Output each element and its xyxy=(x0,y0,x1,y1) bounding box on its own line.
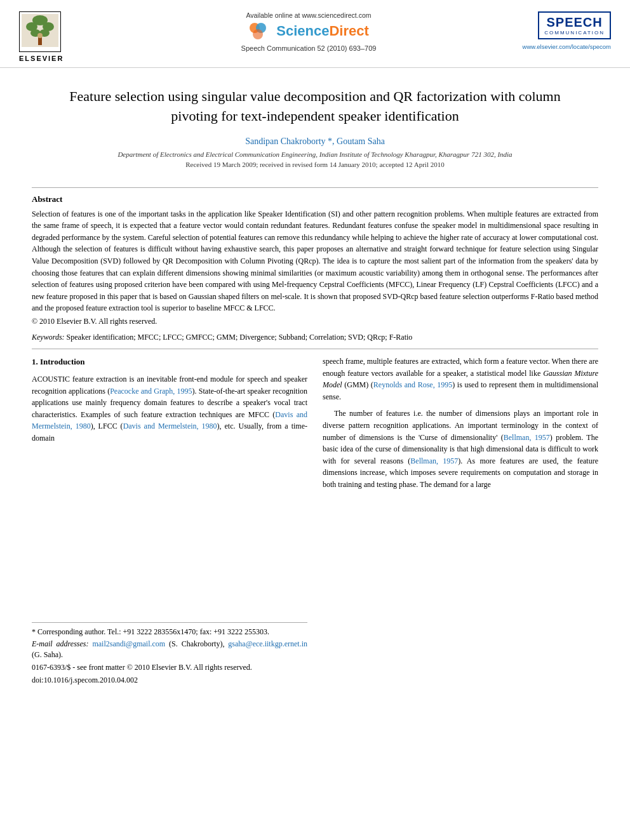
author1-name: (S. Chakroborty), xyxy=(169,639,228,648)
elsevier-tree-icon xyxy=(22,14,58,47)
section-title: Introduction xyxy=(40,357,85,366)
keywords-label: Keywords: xyxy=(32,333,65,342)
ref-bellman1: Bellman, 1957 xyxy=(504,433,550,442)
svg-point-10 xyxy=(253,29,263,39)
right-para2: The number of features i.e. the number o… xyxy=(323,408,598,490)
ref-reynolds: Reynolds and Rose, 1995 xyxy=(373,380,452,389)
section-number: 1. xyxy=(32,357,38,366)
elsevier-label: ELSEVIER xyxy=(19,55,108,62)
speech-comm-logo: SPEECH COMMUNICATION xyxy=(538,11,611,39)
title-divider xyxy=(32,187,598,188)
header: ELSEVIER Available online at www.science… xyxy=(0,0,630,68)
article-title: Feature selection using singular value d… xyxy=(44,87,586,126)
email1[interactable]: mail2sandi@gmail.com xyxy=(92,639,165,648)
ref-davis2: Davis and Mermelstein, 1980 xyxy=(123,422,217,430)
intro-para1: ACOUSTIC feature extraction is an inevit… xyxy=(32,373,307,444)
gmm-italic: Gaussian Mixture Model xyxy=(323,369,598,390)
affiliation: Department of Electronics and Electrical… xyxy=(44,150,586,158)
speech-label: SPEECH xyxy=(544,15,605,30)
abstract-text: Selection of features is one of the impo… xyxy=(32,208,598,314)
sciencedirect-logo: ScienceDirect xyxy=(108,22,509,41)
ref-bellman2: Bellman, 1957 xyxy=(410,457,458,465)
svg-point-7 xyxy=(37,33,43,38)
elsevier-logo-area: ELSEVIER xyxy=(19,11,108,62)
footnote1: * Corresponding author. Tel.: +91 3222 2… xyxy=(32,627,307,637)
title-section: Feature selection using singular value d… xyxy=(32,74,598,181)
header-center: Available online at www.sciencedirect.co… xyxy=(108,11,509,52)
received-dates: Received 19 March 2009; received in revi… xyxy=(44,161,586,168)
abstract-section: Abstract Selection of features is one of… xyxy=(32,194,598,326)
keywords-section: Keywords: Speaker identification; MFCC; … xyxy=(32,333,598,342)
keywords-text: Speaker identification; MFCC; LFCC; GMFC… xyxy=(67,333,413,342)
communication-label: COMMUNICATION xyxy=(544,30,605,36)
footnote2: E-mail addresses: mail2sandi@gmail.com (… xyxy=(32,639,307,660)
article-content: Feature selection using singular value d… xyxy=(0,68,630,700)
authors: Sandipan Chakroborty *, Goutam Saha xyxy=(44,137,586,147)
copyright: © 2010 Elsevier B.V. All rights reserved… xyxy=(32,317,598,326)
science-part: Science xyxy=(276,23,329,39)
speech-comm-area: SPEECH COMMUNICATION www.elsevier.com/lo… xyxy=(509,11,611,50)
available-online-text: Available online at www.sciencedirect.co… xyxy=(108,11,509,19)
sciencedirect-icon xyxy=(248,22,272,41)
left-column: 1. Introduction ACOUSTIC feature extract… xyxy=(32,356,307,688)
abstract-heading: Abstract xyxy=(32,194,598,204)
email-label: E-mail addresses: xyxy=(32,639,92,648)
right-column: speech frame, multiple features are extr… xyxy=(323,356,598,688)
ref-peacocke: Peacocke and Graph, 1995 xyxy=(110,387,192,396)
page: ELSEVIER Available online at www.science… xyxy=(0,0,630,840)
author2-name: (G. Saha). xyxy=(32,650,63,659)
email2[interactable]: gsaha@ece.iitkgp.ernet.in xyxy=(228,639,307,648)
footnote4: doi:10.1016/j.specom.2010.04.002 xyxy=(32,675,307,686)
journal-url: www.elsevier.com/locate/specom xyxy=(523,43,611,50)
two-column-body: 1. Introduction ACOUSTIC feature extract… xyxy=(32,356,598,688)
footnote3: 0167-6393/$ - see front matter © 2010 El… xyxy=(32,662,307,673)
right-para1: speech frame, multiple features are extr… xyxy=(323,356,598,403)
footnote-area: * Corresponding author. Tel.: +91 3222 2… xyxy=(32,622,307,686)
sciencedirect-text: ScienceDirect xyxy=(276,23,369,39)
section1-heading: 1. Introduction xyxy=(32,356,307,368)
body-divider xyxy=(32,349,598,349)
journal-info: Speech Communication 52 (2010) 693–709 xyxy=(108,44,509,52)
elsevier-logo-box xyxy=(19,11,61,52)
direct-part: Direct xyxy=(329,23,368,39)
